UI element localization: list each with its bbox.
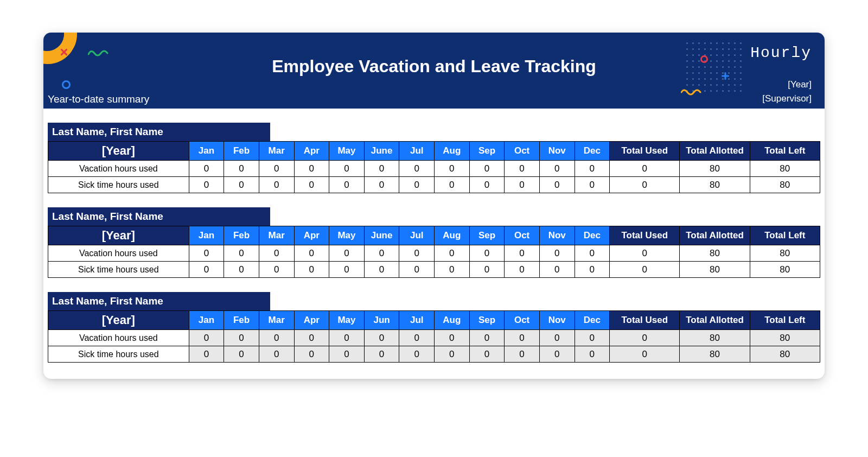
month-cell[interactable]: 0 bbox=[259, 161, 294, 177]
row-label: Sick time hours used bbox=[48, 346, 189, 363]
employee-name-tab: Last Name, First Name bbox=[48, 123, 270, 141]
brand-label: Hourly bbox=[750, 45, 812, 61]
employee-block: Last Name, First Name[Year]JanFebMarAprM… bbox=[48, 292, 820, 363]
month-cell[interactable]: 0 bbox=[575, 262, 610, 278]
month-cell[interactable]: 0 bbox=[224, 161, 259, 177]
month-cell[interactable]: 0 bbox=[469, 177, 505, 193]
month-cell[interactable]: 0 bbox=[294, 245, 329, 262]
employee-block: Last Name, First Name[Year]JanFebMarAprM… bbox=[48, 207, 820, 278]
month-cell[interactable]: 0 bbox=[294, 330, 329, 346]
month-cell[interactable]: 0 bbox=[435, 262, 470, 278]
leave-table: [Year]JanFebMarAprMayJunJulAugSepOctNovD… bbox=[48, 310, 820, 363]
month-cell[interactable]: 0 bbox=[329, 177, 365, 193]
month-cell[interactable]: 0 bbox=[469, 262, 505, 278]
total-left-cell: 80 bbox=[750, 346, 820, 363]
total-used-cell: 0 bbox=[610, 245, 680, 262]
total-used-cell: 0 bbox=[610, 262, 680, 278]
leave-table: [Year]JanFebMarAprMayJuneJulAugSepOctNov… bbox=[48, 226, 820, 278]
month-cell[interactable]: 0 bbox=[539, 262, 575, 278]
month-header: Jul bbox=[399, 142, 435, 161]
month-cell[interactable]: 0 bbox=[329, 262, 365, 278]
month-cell[interactable]: 0 bbox=[364, 245, 399, 262]
month-header: May bbox=[329, 311, 365, 330]
employee-block: Last Name, First Name[Year]JanFebMarAprM… bbox=[48, 123, 820, 193]
month-cell[interactable]: 0 bbox=[469, 330, 505, 346]
month-cell[interactable]: 0 bbox=[469, 346, 505, 363]
month-header: Aug bbox=[435, 142, 470, 161]
decor-x-icon bbox=[60, 48, 68, 56]
month-cell[interactable]: 0 bbox=[224, 330, 259, 346]
total-left-cell: 80 bbox=[750, 177, 820, 193]
month-cell[interactable]: 0 bbox=[505, 245, 540, 262]
month-cell[interactable]: 0 bbox=[469, 245, 505, 262]
month-cell[interactable]: 0 bbox=[505, 161, 540, 177]
month-cell[interactable]: 0 bbox=[399, 262, 435, 278]
decor-plus-icon bbox=[721, 72, 730, 80]
total-header: Total Left bbox=[750, 226, 820, 245]
month-cell[interactable]: 0 bbox=[505, 177, 540, 193]
month-cell[interactable]: 0 bbox=[329, 330, 365, 346]
month-cell[interactable]: 0 bbox=[575, 330, 610, 346]
month-cell[interactable]: 0 bbox=[329, 161, 365, 177]
month-cell[interactable]: 0 bbox=[224, 262, 259, 278]
month-cell[interactable]: 0 bbox=[539, 161, 575, 177]
month-cell[interactable]: 0 bbox=[539, 346, 575, 363]
month-cell[interactable]: 0 bbox=[259, 330, 294, 346]
month-header: Dec bbox=[575, 311, 610, 330]
month-header: Jan bbox=[189, 142, 224, 161]
month-cell[interactable]: 0 bbox=[505, 262, 540, 278]
month-cell[interactable]: 0 bbox=[329, 346, 365, 363]
month-cell[interactable]: 0 bbox=[189, 262, 224, 278]
month-cell[interactable]: 0 bbox=[259, 262, 294, 278]
month-cell[interactable]: 0 bbox=[364, 262, 399, 278]
month-header: Mar bbox=[259, 226, 294, 245]
month-cell[interactable]: 0 bbox=[189, 330, 224, 346]
month-cell[interactable]: 0 bbox=[294, 161, 329, 177]
month-cell[interactable]: 0 bbox=[294, 262, 329, 278]
month-cell[interactable]: 0 bbox=[399, 245, 435, 262]
month-cell[interactable]: 0 bbox=[435, 245, 470, 262]
row-label: Vacation hours used bbox=[48, 161, 189, 177]
month-header: Jun bbox=[364, 311, 399, 330]
month-cell[interactable]: 0 bbox=[259, 177, 294, 193]
month-cell[interactable]: 0 bbox=[224, 346, 259, 363]
month-cell[interactable]: 0 bbox=[294, 346, 329, 363]
month-cell[interactable]: 0 bbox=[399, 330, 435, 346]
month-cell[interactable]: 0 bbox=[575, 177, 610, 193]
month-cell[interactable]: 0 bbox=[539, 177, 575, 193]
month-cell[interactable]: 0 bbox=[189, 161, 224, 177]
month-cell[interactable]: 0 bbox=[189, 245, 224, 262]
month-cell[interactable]: 0 bbox=[399, 161, 435, 177]
month-cell[interactable]: 0 bbox=[189, 177, 224, 193]
month-cell[interactable]: 0 bbox=[435, 330, 470, 346]
month-cell[interactable]: 0 bbox=[364, 346, 399, 363]
month-cell[interactable]: 0 bbox=[224, 177, 259, 193]
month-cell[interactable]: 0 bbox=[575, 245, 610, 262]
month-cell[interactable]: 0 bbox=[539, 330, 575, 346]
month-cell[interactable]: 0 bbox=[224, 245, 259, 262]
month-cell[interactable]: 0 bbox=[435, 346, 470, 363]
month-cell[interactable]: 0 bbox=[294, 177, 329, 193]
month-cell[interactable]: 0 bbox=[575, 346, 610, 363]
month-cell[interactable]: 0 bbox=[259, 346, 294, 363]
meta-supervisor: [Supervisor] bbox=[762, 92, 812, 106]
month-cell[interactable]: 0 bbox=[399, 346, 435, 363]
month-cell[interactable]: 0 bbox=[539, 245, 575, 262]
month-cell[interactable]: 0 bbox=[435, 161, 470, 177]
month-cell[interactable]: 0 bbox=[435, 177, 470, 193]
row-label: Vacation hours used bbox=[48, 330, 189, 346]
month-cell[interactable]: 0 bbox=[259, 245, 294, 262]
month-cell[interactable]: 0 bbox=[505, 346, 540, 363]
total-used-cell: 0 bbox=[610, 330, 680, 346]
month-cell[interactable]: 0 bbox=[399, 177, 435, 193]
month-cell[interactable]: 0 bbox=[505, 330, 540, 346]
month-cell[interactable]: 0 bbox=[575, 161, 610, 177]
total-left-cell: 80 bbox=[750, 161, 820, 177]
total-header: Total Used bbox=[610, 142, 680, 161]
month-cell[interactable]: 0 bbox=[364, 161, 399, 177]
month-cell[interactable]: 0 bbox=[329, 245, 365, 262]
month-cell[interactable]: 0 bbox=[364, 177, 399, 193]
month-cell[interactable]: 0 bbox=[469, 161, 505, 177]
month-cell[interactable]: 0 bbox=[364, 330, 399, 346]
month-cell[interactable]: 0 bbox=[189, 346, 224, 363]
